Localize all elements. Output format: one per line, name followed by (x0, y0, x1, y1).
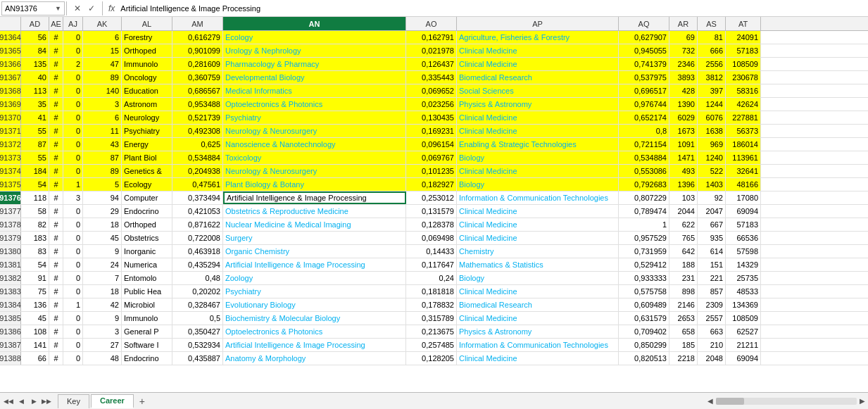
cell-ap[interactable]: Biology (457, 178, 619, 191)
cell-al[interactable]: Software I (122, 339, 172, 351)
cell-ak[interactable]: 27 (83, 339, 122, 351)
cell-ap[interactable]: Information & Communication Technologies (457, 191, 619, 204)
cell-ao[interactable]: 0,096154 (406, 138, 457, 151)
cell-as[interactable]: 2309 (698, 298, 726, 311)
cell-an[interactable]: Nanoscience & Nanotechnology (223, 138, 406, 151)
cell-ar[interactable]: 1396 (669, 178, 698, 191)
cell-am[interactable]: 0,350427 (172, 325, 223, 338)
cell-ae[interactable]: # (49, 111, 63, 124)
cell-as[interactable]: 2048 (698, 352, 726, 365)
cell-ad[interactable]: 91 (21, 272, 49, 284)
cell-aj[interactable]: 1 (63, 298, 83, 311)
cell-at[interactable]: 69094 (726, 205, 761, 218)
cell-ar[interactable]: 231 (669, 272, 698, 284)
cell-ae[interactable]: # (49, 125, 63, 137)
cell-am[interactable]: 0,435294 (172, 258, 223, 271)
cell-an[interactable]: Psychiatry (223, 111, 406, 124)
cell-ao[interactable]: 0,130435 (406, 111, 457, 124)
cell-ak[interactable]: 87 (83, 151, 122, 164)
col-header-AD[interactable]: AD (21, 17, 49, 30)
cell-ak[interactable]: 89 (83, 71, 122, 84)
row-number[interactable]: 91365 (0, 44, 21, 57)
name-box[interactable]: AN91376 ▼ (1, 1, 65, 15)
cell-aq[interactable]: 0,807229 (619, 191, 669, 204)
row-number[interactable]: 91387 (0, 339, 21, 351)
cell-ap[interactable]: Clinical Medicine (457, 58, 619, 70)
cell-ad[interactable]: 183 (21, 232, 49, 244)
cell-at[interactable]: 66536 (726, 232, 761, 244)
name-box-dropdown-icon[interactable]: ▼ (55, 5, 61, 12)
cell-an[interactable]: Organic Chemistry (223, 245, 406, 258)
cell-al[interactable]: Endocrino (122, 205, 172, 218)
cell-an[interactable]: Biochemistry & Molecular Biology (223, 312, 406, 325)
cell-aq[interactable]: 0,792683 (619, 178, 669, 191)
row-number[interactable]: 91384 (0, 298, 21, 311)
cell-ak[interactable]: 47 (83, 58, 122, 70)
cell-ae[interactable]: # (49, 218, 63, 231)
cell-ad[interactable]: 83 (21, 245, 49, 258)
cell-at[interactable]: 48166 (726, 178, 761, 191)
cell-as[interactable]: 2047 (698, 205, 726, 218)
cell-al[interactable]: Computer (122, 191, 172, 204)
cell-aj[interactable]: 0 (63, 285, 83, 298)
cell-ar[interactable]: 2653 (669, 312, 698, 325)
cell-ar[interactable]: 428 (669, 84, 698, 97)
cell-ao[interactable]: 0,069498 (406, 232, 457, 244)
cell-aq[interactable]: 0,789474 (619, 205, 669, 218)
row-number[interactable]: 91380 (0, 245, 21, 258)
col-header-AQ[interactable]: AQ (619, 17, 669, 30)
cell-ar[interactable]: 732 (669, 44, 698, 57)
cell-as[interactable]: 151 (698, 258, 726, 271)
cell-ap[interactable]: Biomedical Research (457, 71, 619, 84)
cell-an[interactable]: Developmental Biology (223, 71, 406, 84)
cell-ak[interactable]: 29 (83, 205, 122, 218)
cell-ar[interactable]: 1673 (669, 125, 698, 137)
col-header-AN[interactable]: AN (223, 17, 406, 30)
cell-ae[interactable]: # (49, 272, 63, 284)
cell-an[interactable]: Artificial Intelligence & Image Processi… (223, 191, 406, 204)
cell-aj[interactable]: 0 (63, 245, 83, 258)
cell-ad[interactable]: 84 (21, 44, 49, 57)
cancel-formula-icon[interactable]: ✕ (71, 2, 84, 15)
cell-aq[interactable]: 0,820513 (619, 352, 669, 365)
col-header-AK[interactable]: AK (83, 17, 122, 30)
cell-at[interactable]: 58316 (726, 84, 761, 97)
col-header-AS[interactable]: AS (698, 17, 726, 30)
cell-aq[interactable]: 0,721154 (619, 138, 669, 151)
row-number[interactable]: 91371 (0, 125, 21, 137)
cell-an[interactable]: Psychiatry (223, 285, 406, 298)
row-number[interactable]: 91370 (0, 111, 21, 124)
cell-ar[interactable]: 765 (669, 232, 698, 244)
cell-am[interactable]: 0,463918 (172, 245, 223, 258)
cell-am[interactable]: 0,5 (172, 312, 223, 325)
row-number[interactable]: 91377 (0, 205, 21, 218)
cell-ap[interactable]: Biomedical Research (457, 298, 619, 311)
cell-am[interactable]: 0,281609 (172, 58, 223, 70)
cell-al[interactable]: Plant Biol (122, 151, 172, 164)
cell-am[interactable]: 0,901099 (172, 44, 223, 57)
row-number[interactable]: 91381 (0, 258, 21, 271)
cell-aq[interactable]: 0,627907 (619, 31, 669, 44)
cell-aj[interactable]: 0 (63, 31, 83, 44)
cell-aj[interactable]: 3 (63, 191, 83, 204)
cell-ar[interactable]: 188 (669, 258, 698, 271)
col-header-AT[interactable]: AT (726, 17, 761, 30)
cell-ao[interactable]: 0,14433 (406, 245, 457, 258)
col-header-AE[interactable]: AE (49, 17, 63, 30)
cell-al[interactable]: Astronom (122, 98, 172, 111)
cell-am[interactable]: 0,204938 (172, 165, 223, 177)
cell-ad[interactable]: 56 (21, 31, 49, 44)
cell-al[interactable]: Psychiatry (122, 125, 172, 137)
cell-ak[interactable]: 6 (83, 31, 122, 44)
cell-as[interactable]: 2557 (698, 312, 726, 325)
cell-ap[interactable]: Agriculture, Fisheries & Forestry (457, 31, 619, 44)
cell-ad[interactable]: 54 (21, 258, 49, 271)
cell-am[interactable]: 0,521739 (172, 111, 223, 124)
cell-ak[interactable]: 9 (83, 312, 122, 325)
cell-al[interactable]: Immunolo (122, 312, 172, 325)
row-number[interactable]: 91383 (0, 285, 21, 298)
cell-ar[interactable]: 69 (669, 31, 698, 44)
cell-ae[interactable]: # (49, 205, 63, 218)
row-number[interactable]: 91372 (0, 138, 21, 151)
cell-ad[interactable]: 55 (21, 151, 49, 164)
